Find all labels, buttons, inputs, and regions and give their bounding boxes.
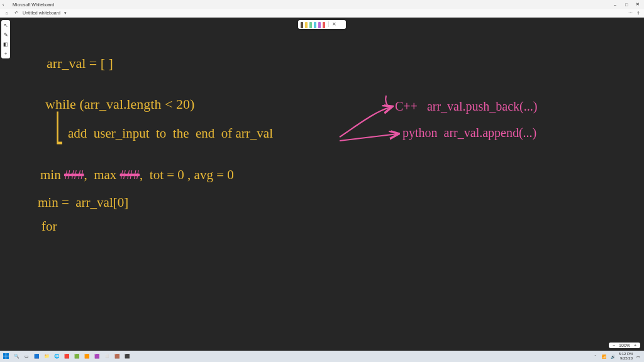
select-tool-icon[interactable]: ↖ (3, 22, 9, 28)
tray-notifications-icon[interactable]: ▭ (635, 354, 641, 359)
pen-color-6[interactable] (323, 22, 325, 28)
pen-color-2[interactable] (305, 22, 308, 28)
svg-rect-0 (3, 353, 6, 356)
close-button[interactable]: ✕ (634, 2, 641, 7)
svg-rect-1 (6, 353, 9, 356)
ink-line-3: add user_input to the end of arr_val (68, 126, 273, 141)
pen-color-3[interactable] (309, 22, 312, 28)
ink-annotation-cpp: C++ arr_val.push_back(...) (395, 99, 537, 114)
taskbar-app-1[interactable]: 🟦 (33, 353, 40, 360)
tool-strip: ↖ ✎ ◧ + (1, 20, 10, 58)
pen-tool-icon[interactable]: ✎ (3, 31, 9, 38)
ink-arrows (0, 18, 644, 351)
svg-rect-3 (6, 356, 9, 359)
taskbar-date: 9/25/20 (619, 356, 633, 361)
pen-color-5[interactable] (318, 22, 321, 28)
eraser-tool-icon[interactable]: ◧ (3, 41, 9, 47)
chevron-down-icon[interactable]: ▾ (64, 11, 67, 16)
add-tool-icon[interactable]: + (3, 50, 9, 57)
app-name: Microsoft Whiteboard (13, 3, 54, 7)
ink-line-1: arr_val = [ ] (47, 55, 113, 72)
window-titlebar: ‹ Microsoft Whiteboard – □ ✕ (0, 0, 644, 9)
taskbar-app-7[interactable]: 🟪 (93, 353, 101, 360)
ink-line-5: min = arr_val[0] (38, 195, 128, 211)
pen-color-4[interactable] (314, 22, 316, 28)
ink-l4c: , tot = 0 , avg = 0 (140, 167, 234, 182)
maximize-button[interactable]: □ (623, 3, 630, 7)
ink-bracket: ⎣ (55, 112, 64, 145)
share-icon[interactable]: ⇪ (636, 11, 640, 16)
ink-scribble-2: ### (120, 167, 140, 182)
zoom-out-button[interactable]: − (611, 343, 616, 348)
taskbar-clock[interactable]: 5:12 PM 9/25/20 (619, 352, 633, 361)
ink-line-6: for (42, 219, 57, 234)
search-icon[interactable]: 🔍 (13, 353, 20, 360)
ink-l4a: min (40, 167, 64, 182)
palette-separator (328, 21, 329, 27)
ink-line-4: min ###, max ###, tot = 0 , avg = 0 (40, 167, 234, 183)
tray-up-icon[interactable]: ˄ (592, 354, 599, 359)
taskbar-app-3[interactable]: 🌐 (53, 353, 60, 360)
ink-line-2: while (arr_val.length < 20) (45, 96, 194, 112)
ink-l4b: , max (84, 167, 119, 182)
ink-annotation-python: python arr_val.append(...) (402, 126, 536, 140)
ink-scribble-1: ### (64, 167, 84, 182)
pen-palette[interactable]: ✕ (298, 20, 346, 29)
settings-icon[interactable]: ⋯ (628, 11, 633, 16)
taskbar-app-6[interactable]: 🟧 (83, 353, 91, 360)
windows-taskbar: 🔍 ▭ 🟦 📁 🌐 🟥 🟩 🟧 🟪 ◻️ 🟫 ⬛ ˄ 📶 🔊 5:12 PM 9… (0, 351, 644, 362)
taskbar-app-9[interactable]: 🟫 (113, 353, 121, 360)
zoom-control: − 100% + (609, 343, 640, 348)
zoom-level: 100% (619, 343, 630, 348)
home-icon[interactable]: ⌂ (4, 10, 9, 16)
undo-icon[interactable]: ↶ (13, 10, 19, 16)
whiteboard-canvas[interactable]: www.BANDICAM.com ↖ ✎ ◧ + ✕ arr_val = [ ]… (0, 18, 644, 351)
board-name[interactable]: Untitled whiteboard (23, 11, 60, 15)
minimize-button[interactable]: – (611, 3, 619, 7)
zoom-in-button[interactable]: + (633, 343, 638, 348)
taskbar-app-2[interactable]: 📁 (43, 353, 50, 360)
taskbar-app-5[interactable]: 🟩 (73, 353, 80, 360)
taskbar-app-10[interactable]: ⬛ (123, 353, 131, 360)
app-toolbar: ⌂ ↶ Untitled whiteboard ▾ ⋯ ⇪ (0, 9, 644, 18)
pen-color-1[interactable] (301, 22, 303, 28)
taskbar-time: 5:12 PM (619, 352, 633, 356)
back-icon[interactable]: ‹ (3, 3, 8, 7)
task-view-icon[interactable]: ▭ (23, 353, 30, 360)
taskbar-app-8[interactable]: ◻️ (103, 353, 111, 360)
palette-close-icon[interactable]: ✕ (332, 21, 336, 27)
tray-network-icon[interactable]: 📶 (601, 354, 608, 359)
start-button[interactable] (3, 353, 10, 360)
tray-volume-icon[interactable]: 🔊 (610, 354, 616, 359)
svg-rect-2 (3, 356, 6, 359)
taskbar-app-4[interactable]: 🟥 (63, 353, 70, 360)
